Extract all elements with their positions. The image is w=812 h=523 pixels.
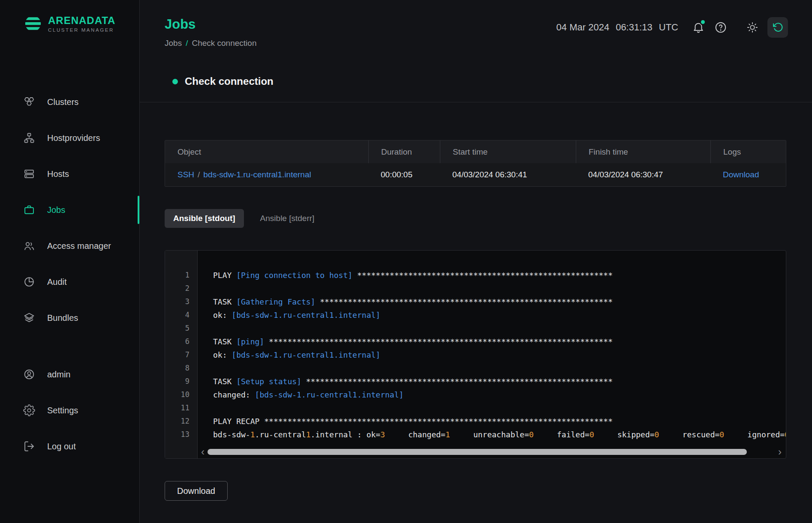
- sidebar-nav: Clusters Hostproviders: [0, 90, 139, 341]
- logout-icon: [23, 440, 35, 452]
- log-line-number: 5: [165, 322, 197, 335]
- scroll-left-icon[interactable]: ‹: [198, 448, 208, 455]
- breadcrumb: Jobs / Check connection: [165, 39, 256, 48]
- brand-text: ARENADATA CLUSTER MANAGER: [48, 15, 115, 33]
- job-detail: Object Duration Start time Finish time L…: [140, 102, 812, 501]
- object-name-link[interactable]: bds-sdw-1.ru-central1.internal: [203, 170, 311, 179]
- job-table: Object Duration Start time Finish time L…: [165, 140, 786, 187]
- sidebar-item-label: Hostproviders: [47, 133, 100, 143]
- sidebar-item-label: Bundles: [47, 313, 78, 323]
- log-line-number: 9: [165, 375, 197, 388]
- logs-cell: Download: [710, 170, 787, 179]
- duration-cell: 00:00:05: [368, 170, 440, 179]
- object-cell: SSH/bds-sdw-1.ru-central1.internal: [165, 170, 368, 179]
- topbar-actions: 04 Mar 2024 06:31:13 UTC: [556, 17, 788, 38]
- sidebar-item-jobs[interactable]: Jobs: [0, 197, 139, 222]
- object-separator: /: [198, 170, 200, 179]
- job-title: Check connection: [185, 75, 274, 87]
- sidebar-item-label: Clusters: [47, 97, 78, 107]
- sidebar-item-label: Hosts: [47, 169, 69, 179]
- help-button[interactable]: [713, 20, 728, 35]
- log-line-number: 12: [165, 415, 197, 428]
- log-line: [213, 362, 786, 375]
- sidebar-item-hostproviders[interactable]: Hostproviders: [0, 126, 139, 150]
- refresh-icon: [772, 22, 783, 33]
- sidebar-item-audit[interactable]: Audit: [0, 269, 139, 294]
- sidebar-item-label: admin: [47, 370, 70, 380]
- log-line: ok: [bds-sdw-1.ru-central1.internal]: [213, 348, 786, 362]
- sidebar-item-label: Access manager: [47, 241, 111, 251]
- sidebar-item-label: Jobs: [47, 205, 65, 215]
- main-content: Jobs Jobs / Check connection 04 Mar 2024…: [140, 0, 812, 523]
- time-text: 06:31:13: [616, 22, 653, 33]
- finish-time-cell: 04/03/2024 06:30:47: [576, 170, 710, 179]
- page-heading: Jobs Jobs / Check connection: [165, 16, 256, 48]
- auto-refresh-button[interactable]: [767, 17, 788, 38]
- sidebar-item-settings[interactable]: Settings: [0, 398, 139, 423]
- log-line-number: 4: [165, 308, 197, 322]
- access-manager-icon: [23, 240, 35, 252]
- app-root: ARENADATA CLUSTER MANAGER Clusters: [0, 0, 812, 523]
- log-line: ok: [bds-sdw-1.ru-central1.internal]: [213, 308, 786, 322]
- notification-dot: [701, 20, 705, 24]
- log-download-link[interactable]: Download: [723, 170, 759, 179]
- sidebar-item-label: Settings: [47, 406, 78, 415]
- timezone-text: UTC: [659, 22, 678, 33]
- bundles-icon: [23, 312, 35, 324]
- horizontal-scrollbar[interactable]: ‹ ›: [198, 448, 785, 456]
- log-line-number: 13: [165, 428, 197, 441]
- line-number-gutter: 12345678910111213: [165, 251, 198, 458]
- log-line-number: 3: [165, 295, 197, 308]
- brand-logo: ARENADATA CLUSTER MANAGER: [0, 11, 139, 36]
- breadcrumb-jobs-link[interactable]: Jobs: [165, 39, 182, 48]
- sidebar-item-admin[interactable]: admin: [0, 362, 139, 387]
- column-header-duration: Duration: [368, 140, 440, 163]
- log-line-number: 1: [165, 269, 197, 282]
- clusters-icon: [23, 96, 35, 108]
- scroll-right-icon[interactable]: ›: [775, 448, 785, 455]
- log-tabs: Ansible [stdout] Ansible [stderr]: [165, 209, 787, 228]
- tab-ansible-stdout[interactable]: Ansible [stdout]: [165, 209, 244, 228]
- help-icon: [714, 21, 727, 34]
- topbar: Jobs Jobs / Check connection 04 Mar 2024…: [140, 0, 812, 48]
- table-row: SSH/bds-sdw-1.ru-central1.internal 00:00…: [165, 163, 786, 186]
- log-viewer: 12345678910111213 PLAY [Ping connection …: [165, 250, 786, 459]
- audit-icon: [23, 276, 35, 288]
- log-line: TASK [Gathering Facts] *****************…: [213, 295, 786, 308]
- jobs-icon: [23, 204, 35, 216]
- log-line-number: 6: [165, 335, 197, 348]
- date-text: 04 Mar 2024: [556, 22, 610, 33]
- brand-name: ARENADATA: [48, 15, 115, 26]
- sidebar-item-hosts[interactable]: Hosts: [0, 161, 139, 186]
- brand-subtitle: CLUSTER MANAGER: [48, 27, 115, 33]
- theme-light-button[interactable]: [745, 20, 760, 35]
- download-button[interactable]: Download: [165, 481, 228, 501]
- log-line-number: 11: [165, 401, 197, 415]
- sidebar-item-label: Log out: [47, 442, 76, 451]
- datetime: 04 Mar 2024 06:31:13 UTC: [556, 22, 678, 33]
- log-line-number: 10: [165, 388, 197, 401]
- scrollbar-track[interactable]: [208, 449, 775, 455]
- breadcrumb-current: Check connection: [192, 39, 256, 48]
- log-line: [213, 322, 786, 335]
- sidebar: ARENADATA CLUSTER MANAGER Clusters: [0, 0, 140, 523]
- column-header-start-time: Start time: [440, 140, 576, 163]
- column-header-logs: Logs: [710, 140, 787, 163]
- sidebar-item-logout[interactable]: Log out: [0, 434, 139, 459]
- log-line: changed: [bds-sdw-1.ru-central1.internal…: [213, 388, 786, 401]
- notifications-button[interactable]: [691, 20, 706, 35]
- sidebar-item-bundles[interactable]: Bundles: [0, 305, 139, 330]
- sidebar-item-clusters[interactable]: Clusters: [0, 90, 139, 114]
- sidebar-item-access-manager[interactable]: Access manager: [0, 233, 139, 258]
- sidebar-footer-nav: admin Settings: [0, 362, 139, 470]
- tab-ansible-stderr[interactable]: Ansible [stderr]: [252, 209, 323, 228]
- page-title: Jobs: [165, 16, 256, 33]
- scrollbar-thumb[interactable]: [208, 449, 747, 455]
- log-line-number: 7: [165, 348, 197, 362]
- hostproviders-icon: [23, 132, 35, 144]
- log-line: bds-sdw-1.ru-central1.internal : ok=3 ch…: [213, 428, 786, 441]
- sun-icon: [746, 21, 758, 33]
- column-header-object: Object: [165, 140, 368, 163]
- start-time-cell: 04/03/2024 06:30:41: [440, 170, 576, 179]
- object-type-link[interactable]: SSH: [177, 170, 194, 179]
